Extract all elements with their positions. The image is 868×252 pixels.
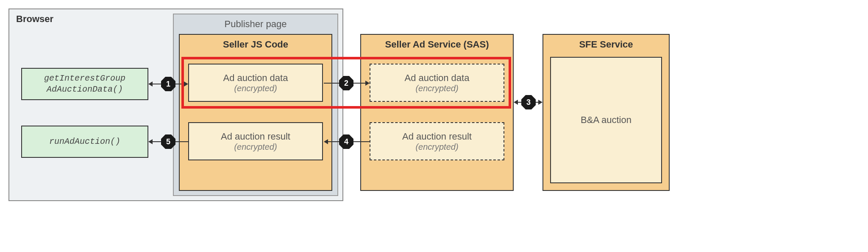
step-2-label: 2 bbox=[344, 79, 348, 88]
step-5-label: 5 bbox=[166, 137, 170, 146]
encrypted-label: (encrypted) bbox=[234, 84, 277, 93]
seller-js-container: Seller JS Code bbox=[179, 34, 332, 191]
sas-ad-auction-result: Ad auction result (encrypted) bbox=[370, 122, 504, 160]
sas-ad-auction-data-label: Ad auction data bbox=[405, 73, 470, 84]
api-get-interest-group: getInterestGroup AdAuctionData() bbox=[21, 68, 148, 100]
step-1-label: 1 bbox=[166, 80, 170, 89]
diagram-root: Browser Publisher page Seller JS Code Se… bbox=[8, 8, 670, 201]
step-4-label: 4 bbox=[344, 137, 348, 146]
sas-ad-auction-data: Ad auction data (encrypted) bbox=[370, 64, 504, 102]
ad-auction-result-label: Ad auction result bbox=[221, 131, 290, 142]
arrow-5-head bbox=[148, 139, 153, 144]
arrow-1-head-left bbox=[148, 81, 153, 87]
arrow-2-head bbox=[365, 81, 370, 86]
browser-label: Browser bbox=[16, 14, 53, 25]
arrow-1-head-right bbox=[184, 81, 188, 87]
arrow-4-head bbox=[324, 139, 328, 144]
step-badge-5: 5 bbox=[161, 134, 175, 149]
api-get-interest-group-label: getInterestGroup AdAuctionData() bbox=[44, 73, 125, 95]
sas-container: Seller Ad Service (SAS) bbox=[360, 34, 514, 191]
step-badge-3: 3 bbox=[521, 95, 536, 109]
step-3-label: 3 bbox=[526, 98, 531, 107]
seller-js-title: Seller JS Code bbox=[180, 39, 331, 50]
ad-auction-data-label: Ad auction data bbox=[223, 73, 288, 84]
arrow-3-head-right bbox=[538, 100, 542, 105]
publisher-page-label: Publisher page bbox=[174, 19, 337, 30]
seller-js-ad-auction-data: Ad auction data (encrypted) bbox=[188, 64, 323, 102]
sas-title: Seller Ad Service (SAS) bbox=[361, 39, 513, 50]
api-run-ad-auction: runAdAuction() bbox=[21, 126, 148, 158]
sas-encrypted-label: (encrypted) bbox=[415, 84, 458, 93]
sas-ad-auction-result-label: Ad auction result bbox=[402, 131, 472, 142]
arrow-3-head-left bbox=[514, 100, 518, 105]
ba-auction-box: B&A auction bbox=[550, 57, 662, 183]
sfe-title: SFE Service bbox=[543, 39, 669, 50]
step-badge-1: 1 bbox=[161, 77, 175, 91]
seller-js-ad-auction-result: Ad auction result (encrypted) bbox=[188, 122, 323, 160]
api-run-ad-auction-label: runAdAuction() bbox=[49, 136, 120, 147]
encrypted-label-2: (encrypted) bbox=[234, 142, 277, 152]
ba-auction-label: B&A auction bbox=[581, 115, 632, 126]
sas-encrypted-label-2: (encrypted) bbox=[415, 142, 458, 152]
